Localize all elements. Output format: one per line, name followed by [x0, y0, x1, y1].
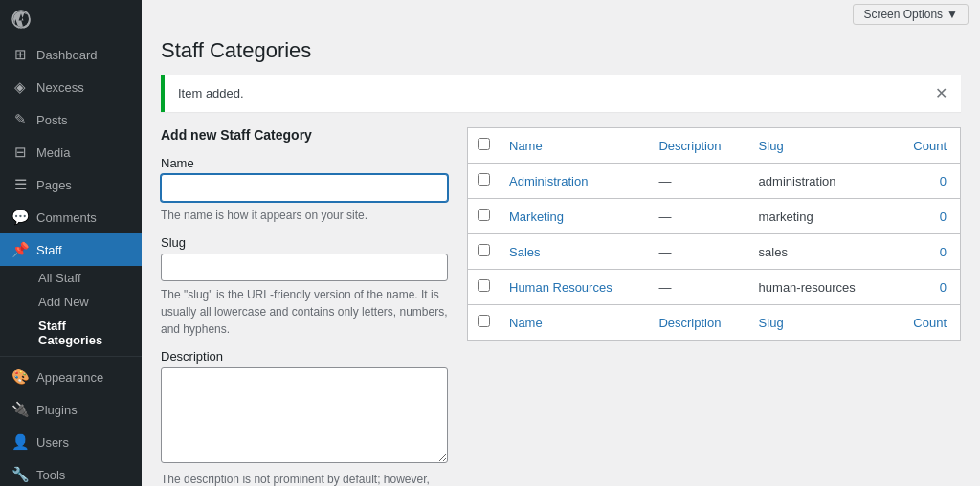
row-count-1: 0 [891, 199, 960, 234]
screen-options-label: Screen Options [863, 8, 943, 21]
sidebar-item-posts[interactable]: ✎ Posts [0, 103, 142, 136]
name-field-group: Name The name is how it appears on your … [161, 156, 448, 224]
row-checkbox-0[interactable] [478, 173, 490, 186]
posts-icon: ✎ [11, 111, 29, 128]
row-name-link-2[interactable]: Sales [509, 245, 541, 259]
slug-input[interactable] [161, 254, 448, 281]
media-icon: ⊟ [11, 144, 29, 161]
table-row: Marketing — marketing 0 [468, 199, 960, 234]
add-category-form: Add new Staff Category Name The name is … [161, 127, 448, 486]
sidebar-item-label: Comments [36, 210, 97, 225]
sidebar-item-label: Users [36, 435, 69, 450]
sidebar-item-label: Media [36, 145, 70, 160]
sidebar-item-label: Appearance [36, 370, 103, 385]
plugins-icon: 🔌 [11, 401, 29, 418]
row-count-3: 0 [891, 270, 960, 305]
row-name-link-1[interactable]: Marketing [509, 210, 564, 224]
row-slug-2: sales [749, 234, 891, 270]
row-checkbox-3[interactable] [478, 279, 490, 292]
sidebar-item-label: Pages [36, 178, 72, 192]
sidebar-sub-staff-categories[interactable]: Staff Categories [11, 314, 142, 352]
footer-count[interactable]: Count [891, 305, 960, 341]
sidebar-staff-submenu: All Staff Add New Staff Categories [0, 266, 142, 352]
row-checkbox-1[interactable] [478, 209, 490, 221]
sidebar: ⊞ Dashboard ◈ Nexcess ✎ Posts ⊟ Media ☰ … [0, 0, 142, 486]
page-title: Staff Categories [161, 38, 961, 63]
select-all-checkbox[interactable] [478, 138, 490, 150]
staff-icon: 📌 [11, 241, 29, 258]
sidebar-item-pages[interactable]: ☰ Pages [0, 168, 142, 201]
sidebar-item-users[interactable]: 👤 Users [0, 426, 142, 458]
name-label: Name [161, 156, 448, 170]
sidebar-item-staff[interactable]: 📌 Staff [0, 233, 142, 266]
table-body: Administration — administration 0 Market… [468, 164, 960, 305]
sidebar-item-label: Tools [36, 468, 65, 482]
sidebar-sub-add-new[interactable]: Add New [11, 290, 142, 314]
table-header-row: Name Description Slug Count [468, 128, 960, 164]
slug-label: Slug [161, 235, 448, 250]
table-row: Administration — administration 0 [468, 164, 960, 199]
row-name-link-0[interactable]: Administration [509, 174, 588, 188]
tools-icon: 🔧 [11, 466, 29, 483]
dashboard-icon: ⊞ [11, 46, 29, 63]
sidebar-sub-all-staff[interactable]: All Staff [11, 266, 142, 290]
wp-logo [0, 0, 142, 38]
sidebar-item-media[interactable]: ⊟ Media [0, 136, 142, 168]
row-slug-0: administration [749, 164, 891, 199]
row-slug-3: human-resources [749, 270, 891, 305]
row-name-link-3[interactable]: Human Resources [509, 280, 612, 295]
sidebar-divider [0, 356, 142, 357]
categories-table: Name Description Slug Count Administrati… [468, 128, 960, 340]
footer-name[interactable]: Name [500, 305, 649, 341]
table-row: Sales — sales 0 [468, 234, 960, 270]
sidebar-item-comments[interactable]: 💬 Comments [0, 201, 142, 233]
sidebar-item-nexcess[interactable]: ◈ Nexcess [0, 71, 142, 103]
appearance-icon: 🎨 [11, 368, 29, 386]
row-desc-2: — [649, 234, 748, 270]
description-textarea[interactable] [161, 367, 448, 463]
name-description: The name is how it appears on your site. [161, 207, 448, 224]
header-slug[interactable]: Slug [749, 128, 891, 164]
notice-message: Item added. [178, 86, 244, 100]
form-title: Add new Staff Category [161, 127, 448, 143]
sidebar-item-appearance[interactable]: 🎨 Appearance [0, 361, 142, 393]
table-row: Human Resources — human-resources 0 [468, 270, 960, 305]
row-slug-1: marketing [749, 199, 891, 234]
sidebar-item-label: Nexcess [36, 80, 84, 95]
footer-description[interactable]: Description [649, 305, 748, 341]
sidebar-item-label: Staff [36, 243, 62, 257]
table-footer-row: Name Description Slug Count [468, 305, 960, 341]
pages-icon: ☰ [11, 176, 29, 193]
footer-slug[interactable]: Slug [749, 305, 891, 341]
slug-field-group: Slug The "slug" is the URL-friendly vers… [161, 235, 448, 338]
content-columns: Add new Staff Category Name The name is … [161, 127, 961, 486]
notice-close-button[interactable]: ✕ [935, 84, 947, 102]
row-checkbox-2[interactable] [478, 244, 490, 256]
row-desc-0: — [649, 164, 748, 199]
header-name[interactable]: Name [500, 128, 649, 164]
comments-icon: 💬 [11, 209, 29, 226]
header-count[interactable]: Count [891, 128, 960, 164]
users-icon: 👤 [11, 433, 29, 451]
sidebar-item-tools[interactable]: 🔧 Tools [0, 458, 142, 486]
nexcess-icon: ◈ [11, 78, 29, 96]
content-area: Staff Categories Item added. ✕ Add new S… [142, 29, 980, 486]
notice-bar: Item added. ✕ [161, 75, 961, 112]
sidebar-item-label: Plugins [36, 403, 78, 417]
sidebar-item-label: Posts [36, 113, 68, 127]
row-desc-3: — [649, 270, 748, 305]
header-checkbox-col [468, 128, 500, 164]
sidebar-item-plugins[interactable]: 🔌 Plugins [0, 393, 142, 426]
select-all-footer-checkbox[interactable] [478, 315, 490, 327]
description-field-group: Description The description is not promi… [161, 349, 448, 486]
description-label: Description [161, 349, 448, 364]
row-desc-1: — [649, 199, 748, 234]
name-input[interactable] [161, 174, 448, 202]
categories-table-section: Name Description Slug Count Administrati… [467, 127, 961, 341]
sidebar-item-label: Dashboard [36, 48, 98, 62]
screen-options-button[interactable]: Screen Options ▼ [853, 4, 969, 25]
header-description[interactable]: Description [649, 128, 748, 164]
main-area: Screen Options ▼ Staff Categories Item a… [142, 0, 980, 486]
sidebar-item-dashboard[interactable]: ⊞ Dashboard [0, 38, 142, 71]
row-count-0: 0 [891, 164, 960, 199]
